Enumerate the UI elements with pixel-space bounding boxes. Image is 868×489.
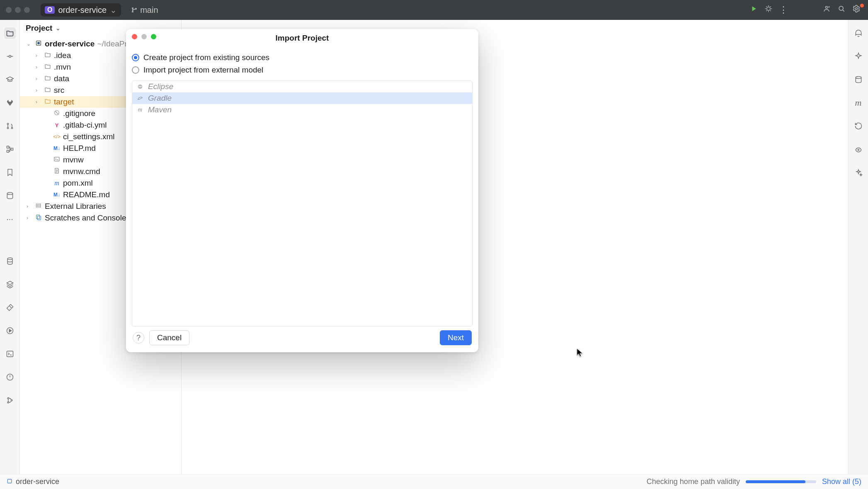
tree-item-label: Scratches and Consoles (45, 213, 130, 223)
dialog-close-icon[interactable] (132, 34, 137, 39)
project-tool-button[interactable] (4, 27, 16, 39)
dialog-titlebar[interactable]: Import Project (126, 29, 478, 47)
svg-point-3 (767, 7, 770, 10)
radio-import-external-model[interactable]: Import project from external model (132, 64, 473, 76)
tree-item-label: .mvn (54, 63, 71, 72)
svg-point-4 (826, 6, 828, 8)
shell-icon (53, 155, 61, 165)
next-button[interactable]: Next (440, 330, 472, 345)
radio-create-from-sources[interactable]: Create project from existing sources (132, 51, 473, 64)
tree-item-label: .idea (54, 51, 71, 60)
module-icon (35, 39, 42, 48)
vcs-tool-button[interactable] (4, 395, 16, 406)
folder-icon (44, 63, 51, 72)
cancel-button[interactable]: Cancel (149, 330, 189, 345)
gitlab-tool-button[interactable] (4, 97, 16, 109)
right-tool-strip: m (848, 20, 868, 474)
reload-tool-button[interactable] (853, 120, 864, 132)
workspace: ··· m (0, 20, 868, 474)
pull-requests-tool-button[interactable] (4, 120, 16, 132)
structure-tool-button[interactable] (4, 143, 16, 155)
bookmarks-tool-button[interactable] (4, 167, 16, 178)
folder-icon (44, 74, 51, 83)
branch-name-label: main (140, 5, 158, 15)
import-project-dialog: Import Project Create project from exist… (126, 29, 478, 352)
chevron-right-icon[interactable]: › (36, 76, 41, 82)
dialog-footer: ? Cancel Next (126, 327, 478, 352)
chevron-right-icon[interactable]: › (36, 64, 41, 70)
project-badge: O (45, 6, 55, 14)
chevron-down-icon[interactable]: ⌄ (27, 41, 32, 47)
svg-rect-13 (11, 148, 13, 150)
persistence-tool-button[interactable] (4, 190, 16, 201)
code-with-me-icon[interactable] (821, 5, 832, 15)
notifications-tool-button[interactable] (853, 27, 864, 39)
model-option-gradle[interactable]: Gradle (132, 92, 472, 104)
run-tool-button[interactable] (4, 325, 16, 336)
svg-point-19 (7, 397, 9, 399)
tree-item-label: External Libraries (45, 202, 106, 211)
debug-button[interactable] (763, 5, 774, 15)
chevron-right-icon[interactable]: › (36, 87, 41, 93)
problems-tool-button[interactable] (4, 371, 16, 383)
tree-item-label: .gitignore (63, 109, 95, 118)
traffic-min-icon[interactable] (15, 7, 21, 13)
tree-item-label: README.md (63, 190, 110, 199)
markdown-icon: M↓ (53, 145, 61, 151)
traffic-close-icon[interactable] (6, 7, 12, 13)
tree-item-label: src (54, 86, 64, 95)
database-tool-button[interactable] (4, 255, 16, 267)
coverage-tool-button[interactable] (853, 143, 864, 155)
chevron-right-icon[interactable]: › (27, 203, 32, 209)
vcs-branch-chip[interactable]: main (131, 5, 158, 15)
terminal-tool-button[interactable] (4, 348, 16, 360)
gitignore-icon (53, 109, 61, 118)
svg-point-2 (136, 8, 137, 10)
search-everywhere-icon[interactable] (836, 5, 847, 15)
status-module-name[interactable]: order-service (16, 477, 59, 486)
build-tool-button[interactable] (4, 302, 16, 313)
tree-item-label: .gitlab-ci.yml (63, 121, 107, 130)
svg-point-1 (132, 11, 133, 12)
dialog-min-icon (141, 34, 147, 39)
database2-tool-button[interactable] (853, 74, 864, 85)
chevron-right-icon[interactable]: › (36, 99, 41, 105)
svg-point-0 (132, 8, 133, 9)
more-tools-button[interactable]: ··· (4, 213, 16, 225)
chevron-right-icon[interactable]: › (27, 215, 32, 221)
model-option-eclipse[interactable]: Eclipse (132, 81, 472, 92)
run-button[interactable] (748, 5, 759, 15)
branch-icon (131, 7, 138, 13)
tree-root-name: order-service (45, 39, 95, 48)
layers-tool-button[interactable] (4, 278, 16, 290)
maven-tool-button[interactable]: m (853, 97, 864, 109)
dialog-max-icon[interactable] (151, 34, 156, 39)
project-selector[interactable]: O order-service ⌄ (41, 3, 121, 17)
show-all-tasks-link[interactable]: Show all (5) (822, 477, 861, 486)
scratches-icon (35, 213, 42, 223)
more-actions-button[interactable]: ⋮ (778, 5, 789, 15)
traffic-max-icon[interactable] (24, 7, 30, 13)
svg-rect-12 (7, 150, 9, 153)
settings-icon[interactable] (851, 5, 862, 15)
help-button[interactable]: ? (133, 332, 144, 344)
learn-tool-button[interactable] (4, 74, 16, 85)
mouse-cursor-icon (577, 348, 584, 357)
radio-label: Create project from existing sources (143, 53, 269, 62)
tree-item-label: mvnw.cmd (63, 167, 100, 176)
chevron-right-icon[interactable]: › (36, 53, 41, 58)
status-progress-bar[interactable] (746, 480, 816, 483)
tree-item-label: ci_settings.xml (63, 132, 115, 141)
radio-unchecked-icon (132, 66, 139, 74)
model-option-maven[interactable]: m Maven (132, 104, 472, 116)
ai-assistant-tool-button[interactable] (853, 51, 864, 62)
ai-chat-tool-button[interactable] (853, 167, 864, 178)
text-file-icon (53, 167, 61, 176)
yaml-icon: Y (53, 122, 61, 128)
libraries-icon (35, 202, 42, 211)
tree-item-label: HELP.md (63, 144, 96, 153)
commit-tool-button[interactable] (4, 51, 16, 62)
status-task-label: Checking home path validity (647, 477, 740, 486)
markdown-icon: M↓ (53, 192, 61, 198)
model-option-label: Gradle (148, 94, 172, 103)
